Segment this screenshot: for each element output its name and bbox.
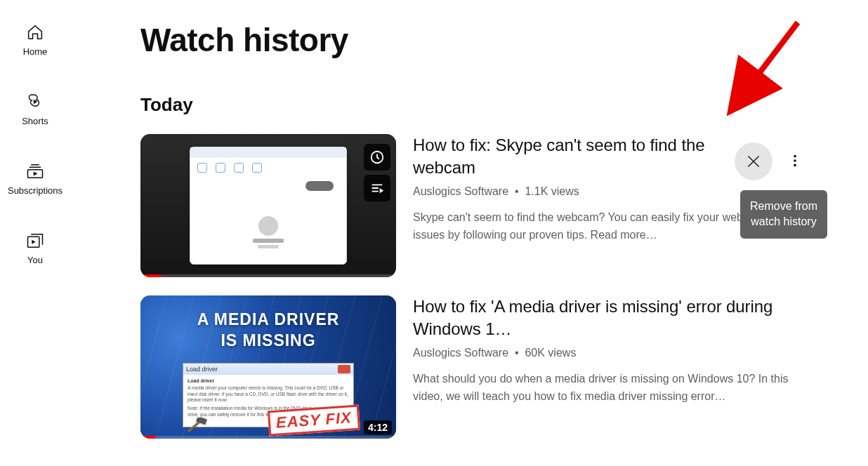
thumb-text: A MEDIA DRIVERIS MISSING	[140, 309, 396, 352]
history-item: A MEDIA DRIVERIS MISSING Load driver Loa…	[140, 295, 812, 439]
sidebar-item-label: Subscriptions	[8, 185, 63, 196]
sidebar-item-label: Home	[23, 46, 48, 57]
sidebar-item-home[interactable]: Home	[0, 13, 70, 67]
video-thumbnail[interactable]: A MEDIA DRIVERIS MISSING Load driver Loa…	[140, 295, 396, 439]
shorts-icon	[25, 92, 45, 112]
svg-point-5	[794, 159, 796, 162]
view-count: 1.1K views	[525, 185, 579, 197]
more-vertical-icon	[787, 153, 803, 168]
main-content: Watch history Today How to fix: Skype ca…	[70, 0, 868, 466]
video-thumbnail[interactable]	[140, 134, 396, 277]
section-heading: Today	[140, 94, 812, 116]
video-title[interactable]: How to fix 'A media driver is missing' e…	[413, 295, 812, 341]
sidebar-item-subscriptions[interactable]: Subscriptions	[0, 152, 70, 206]
close-icon	[744, 152, 763, 171]
channel-name[interactable]: Auslogics Software	[413, 185, 508, 197]
sidebar-item-shorts[interactable]: Shorts	[0, 82, 70, 136]
sidebar-item-you[interactable]: You	[0, 221, 70, 275]
home-icon	[25, 22, 45, 42]
watch-later-icon[interactable]	[364, 144, 390, 171]
progress-bar	[140, 436, 396, 439]
video-description: What should you do when a media driver i…	[413, 371, 812, 406]
sidebar-item-label: Shorts	[22, 116, 48, 126]
sidebar-item-label: You	[27, 255, 43, 265]
progress-bar	[140, 274, 396, 277]
tooltip: Remove fromwatch history	[740, 190, 827, 239]
sidebar: Home Shorts Subscriptions You	[0, 0, 70, 466]
history-item: How to fix: Skype can't seem to find the…	[140, 134, 812, 277]
video-byline: Auslogics Software • 60K views	[413, 347, 812, 359]
page-title: Watch history	[140, 21, 812, 59]
svg-point-4	[794, 155, 796, 158]
more-options-button[interactable]	[781, 147, 809, 175]
library-icon	[25, 231, 45, 251]
remove-from-history-button[interactable]	[735, 142, 772, 180]
view-count: 60K views	[525, 347, 576, 359]
channel-name[interactable]: Auslogics Software	[413, 347, 508, 359]
subscriptions-icon	[25, 161, 45, 181]
svg-point-6	[794, 164, 796, 167]
video-duration: 4:12	[364, 420, 392, 434]
add-to-queue-icon[interactable]	[364, 175, 390, 201]
